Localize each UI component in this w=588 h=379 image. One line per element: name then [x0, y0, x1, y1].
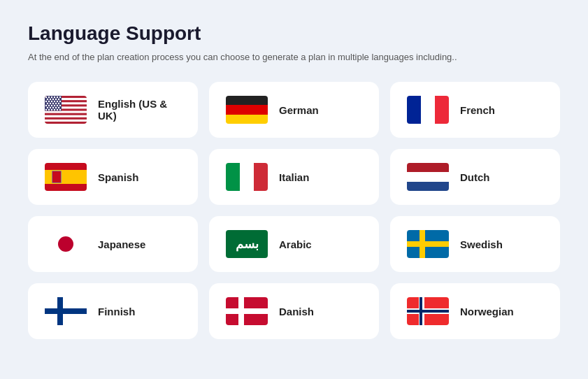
svg-point-42 — [48, 109, 50, 110]
svg-point-24 — [59, 101, 61, 102]
flag-fr — [407, 96, 449, 124]
flag-nl — [407, 163, 449, 191]
lang-card-sv[interactable]: Swedish — [390, 216, 560, 272]
flag-it — [226, 163, 268, 191]
svg-point-44 — [54, 109, 55, 110]
lang-card-no[interactable]: Norwegian — [390, 283, 560, 339]
svg-point-37 — [50, 107, 51, 108]
flag-es — [45, 163, 87, 191]
lang-name-fi: Finnish — [98, 306, 135, 317]
lang-card-nl[interactable]: Dutch — [390, 149, 560, 205]
flag-se — [407, 230, 449, 258]
lang-name-de: German — [279, 104, 319, 116]
svg-point-22 — [54, 101, 55, 102]
lang-card-ar[interactable]: ‫بسم‬ Arabic — [209, 216, 379, 272]
svg-point-17 — [55, 99, 57, 100]
flag-ar: ‫بسم‬ — [226, 230, 268, 258]
svg-rect-6 — [45, 120, 87, 122]
svg-point-39 — [55, 107, 57, 108]
lang-card-de[interactable]: German — [209, 82, 379, 138]
svg-point-23 — [57, 101, 58, 102]
lang-card-ja[interactable]: Japanese — [28, 216, 198, 272]
svg-point-36 — [47, 107, 48, 108]
svg-point-16 — [52, 99, 54, 100]
svg-point-43 — [51, 109, 52, 110]
svg-point-9 — [48, 96, 50, 98]
svg-point-28 — [55, 103, 57, 104]
svg-point-31 — [48, 105, 50, 106]
svg-rect-4 — [45, 111, 87, 113]
lang-card-en[interactable]: English (US & UK) — [28, 82, 198, 138]
lang-name-it: Italian — [279, 171, 309, 183]
svg-point-13 — [59, 96, 61, 98]
svg-point-20 — [48, 101, 50, 102]
svg-point-33 — [54, 105, 55, 106]
flag-jp — [45, 230, 87, 258]
lang-name-ar: Arabic — [279, 238, 312, 250]
svg-point-32 — [51, 105, 52, 106]
lang-card-fr[interactable]: French — [390, 82, 560, 138]
lang-name-es: Spanish — [98, 171, 138, 183]
flag-no — [407, 297, 449, 325]
svg-point-19 — [45, 101, 47, 102]
language-grid: English (US & UK) German French Spanish — [28, 82, 560, 339]
svg-point-38 — [52, 107, 54, 108]
svg-point-11 — [54, 96, 55, 98]
svg-point-14 — [47, 99, 48, 100]
svg-point-12 — [57, 96, 58, 98]
svg-point-40 — [58, 107, 59, 108]
page-title: Language Support — [28, 22, 560, 45]
svg-point-18 — [58, 99, 59, 100]
flag-de — [226, 96, 268, 124]
svg-point-26 — [50, 103, 51, 104]
svg-point-34 — [57, 105, 58, 106]
svg-point-30 — [45, 105, 47, 106]
svg-point-29 — [58, 103, 59, 104]
svg-point-27 — [52, 103, 54, 104]
svg-point-41 — [45, 109, 47, 110]
svg-point-46 — [59, 109, 61, 110]
lang-name-en: English (US & UK) — [98, 98, 181, 122]
lang-name-no: Norwegian — [460, 306, 514, 317]
lang-card-da[interactable]: Danish — [209, 283, 379, 339]
flag-fi — [45, 297, 87, 325]
lang-card-fi[interactable]: Finnish — [28, 283, 198, 339]
lang-card-es[interactable]: Spanish — [28, 149, 198, 205]
page-subtitle: At the end of the plan creation process … — [28, 52, 560, 62]
svg-point-35 — [59, 105, 61, 106]
svg-point-21 — [51, 101, 52, 102]
flag-dk — [226, 297, 268, 325]
lang-name-nl: Dutch — [460, 171, 490, 183]
lang-name-ja: Japanese — [98, 238, 145, 250]
svg-point-10 — [51, 96, 52, 98]
svg-point-8 — [45, 96, 47, 98]
lang-name-sv: Swedish — [460, 238, 503, 250]
lang-name-da: Danish — [279, 306, 314, 317]
svg-point-25 — [47, 103, 48, 104]
svg-rect-5 — [45, 115, 87, 117]
lang-name-fr: French — [460, 104, 495, 116]
svg-point-15 — [50, 99, 51, 100]
lang-card-it[interactable]: Italian — [209, 149, 379, 205]
flag-us — [45, 96, 87, 124]
svg-point-45 — [57, 109, 58, 110]
